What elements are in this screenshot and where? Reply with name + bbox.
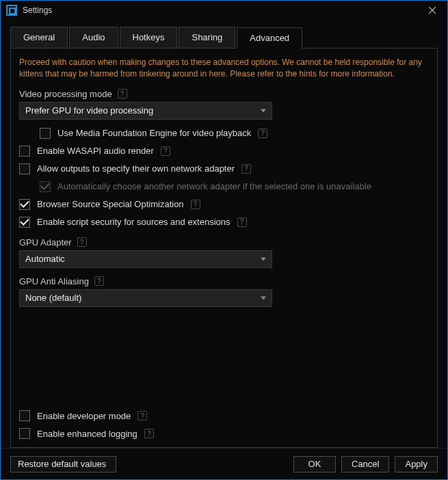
apply-button[interactable]: Apply <box>395 456 438 472</box>
app-icon <box>6 5 17 16</box>
gpu-adapter-label-text: GPU Adapter <box>19 237 72 248</box>
video-mode-label-text: Video processing mode <box>19 89 112 99</box>
auto-adapter-label: Automatically choose another network ada… <box>57 181 371 191</box>
gpu-adapter-label: GPU Adapter ? <box>19 237 429 248</box>
use-mf-checkbox[interactable] <box>40 128 51 139</box>
video-mode-value: Prefer GPU for video processing <box>25 105 153 116</box>
allow-adapter-row: Allow outputs to specify their own netwo… <box>19 163 429 174</box>
content-area: General Audio Hotkeys Sharing Advanced P… <box>1 20 447 448</box>
advanced-panel: Proceed with caution when making changes… <box>10 48 438 448</box>
tab-audio[interactable]: Audio <box>69 27 118 48</box>
use-mf-label: Use Media Foundation Engine for video pl… <box>57 128 251 138</box>
bottom-options: Enable developer mode ? Enable enhanced … <box>19 410 429 442</box>
chevron-down-icon <box>261 257 266 261</box>
help-icon[interactable]: ? <box>258 129 267 138</box>
browser-opt-label: Browser Source Special Optimization <box>37 199 184 209</box>
help-icon[interactable]: ? <box>191 200 200 209</box>
dev-mode-label: Enable developer mode <box>37 411 131 421</box>
allow-adapter-checkbox[interactable] <box>19 163 30 174</box>
browser-opt-checkbox[interactable] <box>19 199 30 210</box>
tab-advanced[interactable]: Advanced <box>237 27 302 49</box>
script-sec-checkbox[interactable] <box>19 217 30 228</box>
chevron-down-icon <box>261 296 266 299</box>
footer: Restore default values OK Cancel Apply <box>1 448 447 479</box>
script-sec-label: Enable script security for sources and e… <box>37 217 230 227</box>
window-title: Settings <box>23 5 52 15</box>
help-icon[interactable]: ? <box>237 217 247 227</box>
dev-mode-checkbox[interactable] <box>19 410 30 421</box>
tab-bar: General Audio Hotkeys Sharing Advanced <box>10 27 438 49</box>
auto-adapter-checkbox <box>40 181 51 192</box>
help-icon[interactable]: ? <box>94 276 104 286</box>
browser-opt-row: Browser Source Special Optimization ? <box>19 199 429 210</box>
help-icon[interactable]: ? <box>241 164 251 174</box>
gpu-aa-label: GPU Anti Aliasing ? <box>19 276 429 286</box>
chevron-down-icon <box>261 109 266 112</box>
gpu-adapter-value: Automatic <box>25 254 65 264</box>
svg-rect-1 <box>10 8 15 14</box>
close-button[interactable] <box>423 1 442 20</box>
gpu-aa-value: None (default) <box>25 293 81 303</box>
gpu-adapter-select[interactable]: Automatic <box>19 250 272 268</box>
help-icon[interactable]: ? <box>77 237 87 247</box>
allow-adapter-label: Allow outputs to specify their own netwo… <box>37 163 235 174</box>
cancel-button[interactable]: Cancel <box>341 456 389 472</box>
settings-window: Settings General Audio Hotkeys Sharing A… <box>0 0 448 480</box>
gpu-aa-label-text: GPU Anti Aliasing <box>19 276 89 286</box>
ok-button[interactable]: OK <box>293 456 336 472</box>
wasapi-row: Enable WASAPI audio render ? <box>19 146 429 157</box>
help-icon[interactable]: ? <box>137 411 147 421</box>
gpu-aa-select[interactable]: None (default) <box>19 289 272 307</box>
enh-log-label: Enable enhanced logging <box>37 429 137 439</box>
script-sec-row: Enable script security for sources and e… <box>19 217 429 228</box>
video-mode-label: Video processing mode ? <box>19 89 429 99</box>
restore-defaults-button[interactable]: Restore default values <box>10 456 116 472</box>
tab-hotkeys[interactable]: Hotkeys <box>120 27 178 48</box>
warning-text: Proceed with caution when making changes… <box>19 57 429 81</box>
help-icon[interactable]: ? <box>144 429 154 438</box>
wasapi-label: Enable WASAPI audio render <box>37 146 154 156</box>
tab-sharing[interactable]: Sharing <box>179 27 235 48</box>
dev-mode-row: Enable developer mode ? <box>19 410 429 421</box>
close-icon <box>429 7 436 14</box>
enh-log-checkbox[interactable] <box>19 428 30 439</box>
titlebar: Settings <box>1 1 447 20</box>
help-icon[interactable]: ? <box>161 146 170 156</box>
enh-log-row: Enable enhanced logging ? <box>19 428 429 439</box>
auto-adapter-row: Automatically choose another network ada… <box>40 181 429 192</box>
video-mode-select[interactable]: Prefer GPU for video processing <box>19 102 272 120</box>
wasapi-checkbox[interactable] <box>19 146 30 157</box>
help-icon[interactable]: ? <box>118 89 127 98</box>
use-mf-row: Use Media Foundation Engine for video pl… <box>40 128 429 139</box>
tab-general[interactable]: General <box>10 27 68 48</box>
